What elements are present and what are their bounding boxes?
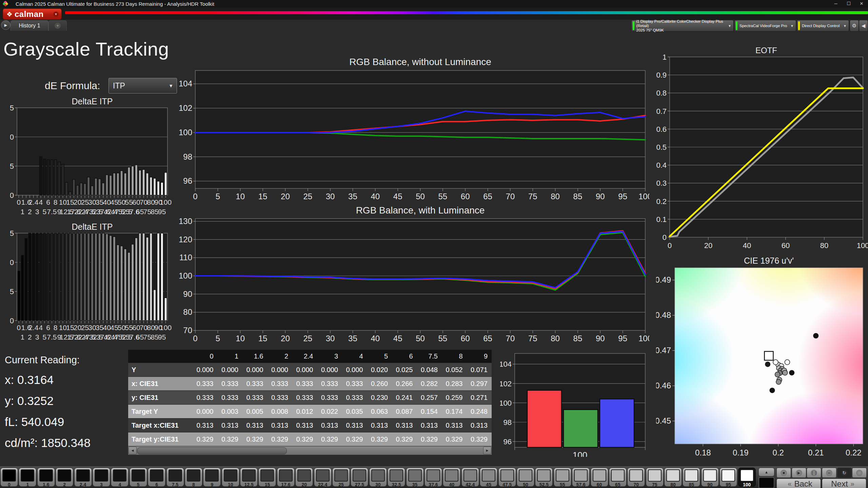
pattern-step-label: 55 [554, 482, 571, 487]
run-button[interactable]: ▶ [1, 20, 11, 30]
pattern-window-button[interactable]: [··] [807, 468, 821, 478]
add-tab-button[interactable]: + [48, 20, 67, 31]
blank-button[interactable] [852, 468, 867, 478]
pattern-step-10[interactable]: 10 [222, 468, 239, 487]
deltae-bar [124, 249, 126, 321]
deltae-bar [117, 245, 119, 321]
pattern-swatch [260, 469, 274, 482]
pattern-step-25[interactable]: 25 [332, 468, 350, 487]
svg-text:0: 0 [17, 324, 21, 331]
close-button[interactable]: ✕ [855, 0, 868, 7]
svg-text:50: 50 [118, 324, 125, 331]
pattern-step-3[interactable]: 3 [93, 468, 110, 487]
gear-icon: ⚙ [852, 23, 856, 28]
pattern-swatch [500, 469, 514, 482]
scrollbar-thumb[interactable] [137, 447, 287, 454]
pattern-step-50[interactable]: 50 [517, 468, 534, 487]
display-control-button[interactable]: Direct Display Control ▼ [797, 20, 849, 32]
deltae-bar [84, 184, 86, 195]
pattern-step-2[interactable]: 2 [56, 468, 73, 487]
scroll-left-arrow[interactable]: ◄ [129, 447, 137, 454]
pattern-step-57.6[interactable]: 57.6 [572, 468, 590, 487]
pattern-swatch [722, 469, 735, 482]
settings-button[interactable]: ⚙ [850, 20, 859, 32]
pattern-step-37.6[interactable]: 37.6 [425, 468, 442, 487]
play-button[interactable]: ▶ [792, 468, 806, 478]
pattern-step-22.4[interactable]: 22.4 [314, 468, 332, 487]
calman-menu-button[interactable]: ❖ calman ▼ [3, 8, 62, 20]
measurement-table: 011.622.434567.589Y0.0000.0000.0000.0000… [128, 350, 492, 455]
deltae-bar [76, 185, 79, 195]
display-status-indicator [798, 21, 800, 30]
pattern-step-35[interactable]: 35 [406, 468, 424, 487]
deltae-bar [106, 175, 108, 195]
pattern-step-30[interactable]: 30 [369, 468, 387, 487]
pattern-step-6[interactable]: 6 [148, 468, 165, 487]
pattern-step-1.6[interactable]: 1.6 [37, 468, 55, 487]
pattern-step-47.5[interactable]: 47.5 [498, 468, 516, 487]
pattern-step-1[interactable]: 1 [19, 468, 36, 487]
table-row: x: CIE310.3330.3330.3330.3330.3330.3330.… [128, 377, 492, 391]
pattern-step-9[interactable]: 9 [203, 468, 221, 487]
svg-text:35: 35 [96, 324, 103, 331]
pattern-step-100[interactable]: 100 [738, 468, 756, 487]
pattern-step-55[interactable]: 55 [554, 468, 571, 487]
pattern-step-label: 5 [130, 482, 147, 487]
maximize-button[interactable]: ☐ [842, 0, 855, 7]
pattern-step-52.5[interactable]: 52.5 [535, 468, 553, 487]
pattern-swatch [593, 469, 606, 482]
refresh-button[interactable]: ↻ [837, 468, 852, 478]
source-device-button[interactable]: SpectraCal VideoForge Pro ▼ [734, 20, 796, 32]
table-cell: 0.329 [442, 435, 467, 443]
table-cell: 0.333 [292, 394, 317, 402]
pattern-step-27.5[interactable]: 27.5 [351, 468, 368, 487]
stop-button[interactable]: ■ [776, 468, 791, 478]
pattern-step-8[interactable]: 8 [185, 468, 202, 487]
pattern-step-20[interactable]: 20 [295, 468, 313, 487]
pattern-step-7.5[interactable]: 7.5 [166, 468, 184, 487]
next-button[interactable]: Next » [822, 479, 866, 488]
pattern-step-45[interactable]: 45 [480, 468, 497, 487]
back-button[interactable]: « Back [776, 479, 821, 488]
pattern-step-32.5[interactable]: 32.5 [388, 468, 405, 487]
deltae-bar [40, 157, 42, 195]
pattern-step-17.6[interactable]: 17.6 [277, 468, 295, 487]
pattern-step-4[interactable]: 4 [111, 468, 129, 487]
continuous-button[interactable]: ∞ [822, 468, 836, 478]
svg-text:0.19: 0.19 [733, 448, 749, 457]
pattern-step-75[interactable]: 75 [646, 468, 664, 487]
svg-text:EOTF: EOTF [755, 46, 777, 55]
pattern-step-85[interactable]: 85 [683, 468, 700, 487]
meter-device-button[interactable]: i1 Display Pro/Calibrite ColorChecker Di… [631, 20, 734, 32]
pattern-step-80[interactable]: 80 [664, 468, 682, 487]
svg-text:DeltaE ITP: DeltaE ITP [72, 98, 113, 106]
pattern-step-2.4[interactable]: 2.4 [74, 468, 92, 487]
pattern-step-5[interactable]: 5 [130, 468, 147, 487]
collapse-panel-button[interactable]: ◀ [859, 20, 868, 32]
pattern-step-95[interactable]: 95 [719, 468, 737, 487]
scroll-right-arrow[interactable]: ► [483, 447, 491, 454]
pattern-step-42.4[interactable]: 42.4 [461, 468, 479, 487]
table-hscrollbar[interactable]: ◄► [128, 446, 492, 455]
chevron-down-icon[interactable]: ▼ [53, 12, 59, 17]
deltae-bar [110, 236, 112, 321]
pattern-step-40[interactable]: 40 [443, 468, 460, 487]
table-cell: 0.271 [467, 394, 492, 402]
table-cell: 0.329 [193, 435, 218, 443]
svg-text:130: 130 [179, 217, 192, 226]
pattern-step-15[interactable]: 15 [258, 468, 276, 487]
pattern-window-preview[interactable] [758, 477, 774, 488]
pattern-step-0[interactable]: 0 [0, 468, 18, 487]
pattern-step-12.5[interactable]: 12.5 [240, 468, 258, 487]
pattern-step-90[interactable]: 90 [701, 468, 719, 487]
de-formula-select[interactable]: ITP ▼ [108, 78, 177, 94]
minimize-button[interactable]: ─ [829, 0, 842, 7]
rgb-balance-without-luminance-chart: RGB Balance, without Luminance9698100102… [176, 54, 649, 206]
tab-history-1[interactable]: History 1 [11, 20, 48, 31]
pattern-step-60[interactable]: 60 [591, 468, 608, 487]
pattern-step-70[interactable]: 70 [627, 468, 645, 487]
pattern-step-65[interactable]: 65 [609, 468, 627, 487]
svg-text:RGB Balance, with Luminance: RGB Balance, with Luminance [356, 205, 485, 216]
pattern-up-button[interactable]: ▲ [758, 468, 774, 476]
chevron-down-icon: ▼ [728, 24, 731, 28]
